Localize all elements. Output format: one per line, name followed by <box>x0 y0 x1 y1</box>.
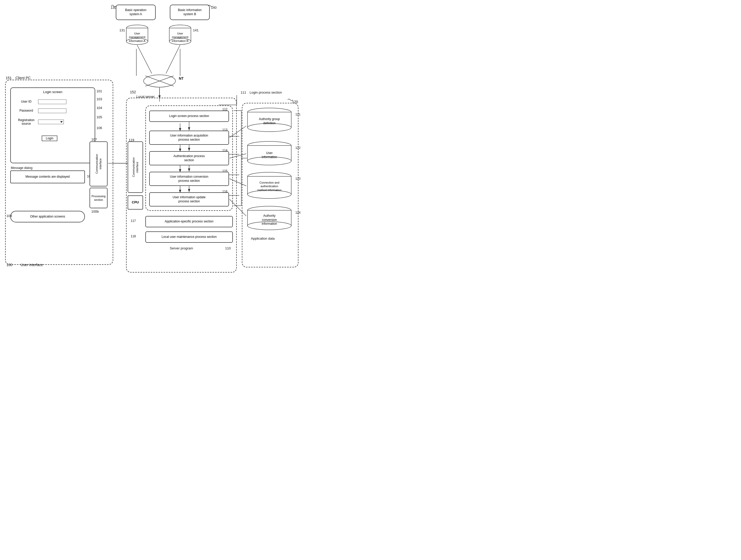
server-comm-interface: Communication interface <box>128 141 143 193</box>
diagram: Basic operation system A 130 User manage… <box>0 0 370 280</box>
section-114-id: 114 <box>222 149 227 152</box>
password-label: Password <box>16 109 37 113</box>
message-dialog-box: Message contents are displayed <box>10 170 85 183</box>
user-id-input[interactable] <box>38 99 66 104</box>
user-id-row: User ID <box>16 99 66 104</box>
local-server-label: Local server <box>136 95 155 98</box>
field-105: 105 <box>96 115 102 119</box>
db-122: User information <box>247 141 292 167</box>
db-124: Authority conversion information <box>247 206 292 231</box>
password-row: Password <box>16 108 66 113</box>
server-comm-if-id: 119 <box>129 138 134 142</box>
db-122-label: User information <box>247 151 292 159</box>
db-b-id: 141 <box>193 28 199 32</box>
user-id-label: User ID <box>16 100 37 104</box>
cpu-box: CPU <box>128 195 143 210</box>
client-comm-interface: Communication interface <box>89 141 108 186</box>
server-program-label: Server program <box>170 246 193 250</box>
section-117: Application-specific process section <box>145 216 233 227</box>
dropdown-arrow <box>60 121 63 123</box>
db-a: User management information A <box>126 24 149 45</box>
db-121: Authority group definition <box>247 107 292 133</box>
section-115-id: 115 <box>222 169 227 173</box>
db-122-id: 122 <box>295 146 300 150</box>
section-115: User information conversion process sect… <box>149 172 229 186</box>
database-id: 120 <box>292 100 298 104</box>
db-a-label: User management information A <box>126 31 149 43</box>
section-112-label: Login screen process section <box>169 114 209 118</box>
system-a-label: Basic operation system A <box>125 8 146 16</box>
app-data-label: Application data <box>251 237 275 240</box>
ui-label: User interface <box>20 263 43 267</box>
client-id: 151 <box>6 76 12 80</box>
section-114-label: Authentication process section <box>174 154 205 162</box>
db-124-id: 124 <box>295 211 300 215</box>
db-121-id: 121 <box>295 112 300 116</box>
message-content: Message contents are displayed <box>25 175 70 179</box>
server-id: 152 <box>130 90 136 94</box>
db-123-id: 123 <box>295 177 300 180</box>
section-118: Local user maintenance process section <box>145 231 233 243</box>
login-screen-box: Login screen User ID Password Registrati… <box>10 87 95 163</box>
db-124-label: Authority conversion information <box>247 214 292 226</box>
section-117-label: Application-specific process section <box>165 220 213 224</box>
msg-dialog-label: Message dialog <box>11 166 32 170</box>
system-b-box: Basic information system B <box>170 5 210 20</box>
system-a-box: Basic operation system A <box>116 5 156 20</box>
network-node <box>143 73 176 89</box>
db-a-id: 131 <box>119 28 125 32</box>
client-label: Client PC <box>15 76 30 80</box>
server-program-id: 110 <box>225 246 231 250</box>
section-112: Login screen process section <box>149 110 229 122</box>
section-117-id: 117 <box>131 219 136 223</box>
section-112-id: 112 <box>222 107 227 111</box>
system-b-label: Basic information system B <box>178 8 201 16</box>
server-comm-if-label: Communication interface <box>132 157 139 177</box>
section-116-id: 116 <box>222 190 227 193</box>
login-proc-id: 111 <box>241 90 246 94</box>
section-116: User information update process section <box>149 192 229 207</box>
svg-line-37 <box>137 45 152 74</box>
processing-section-box: Processing section <box>89 188 108 208</box>
section-114: Authentication process section <box>149 151 229 165</box>
login-button[interactable]: Login <box>42 136 57 141</box>
proc-id: 100b <box>91 210 99 214</box>
section-113: User information acquisition process sec… <box>149 131 229 145</box>
field-103: 103 <box>96 97 102 101</box>
svg-line-38 <box>166 45 180 74</box>
other-apps-label: Other application screens <box>30 215 65 219</box>
section-113-id: 113 <box>222 128 227 132</box>
login-screen-title: Login screen <box>43 90 62 94</box>
section-116-label: User information update process section <box>173 195 206 204</box>
section-118-id: 118 <box>131 235 136 238</box>
reg-source-row: Registration source <box>16 118 64 126</box>
other-apps-box: Other application screens <box>10 211 85 222</box>
network-label: NT <box>179 76 184 80</box>
password-input[interactable] <box>38 108 66 113</box>
db-b-label: User management information B <box>169 31 192 43</box>
db-123-label: Connection and authentication method inf… <box>247 181 292 192</box>
reg-source-dropdown[interactable] <box>38 119 64 124</box>
section-115-label: User information conversion process sect… <box>170 175 208 183</box>
db-123: Connection and authentication method inf… <box>247 172 292 200</box>
field-104: 104 <box>96 106 102 110</box>
login-screen-id: 101 <box>96 89 102 93</box>
client-comm-if-id: 107 <box>91 138 97 141</box>
cpu-label: CPU <box>132 200 139 205</box>
ui-id: 100 <box>6 263 12 267</box>
section-113-label: User information acquisition process sec… <box>170 134 208 142</box>
db-121-label: Authority group definition <box>247 117 292 125</box>
other-apps-id: 108 <box>6 214 12 218</box>
db-b: User management information B <box>169 24 192 45</box>
login-proc-label: Login process section <box>250 90 282 94</box>
section-118-label: Local user maintenance process section <box>161 235 217 239</box>
login-btn-id: 106 <box>96 126 102 130</box>
reg-source-label: Registration source <box>16 118 37 126</box>
processing-section-label: Processing section <box>91 194 106 202</box>
client-comm-if-label: Communication interface <box>95 154 103 173</box>
